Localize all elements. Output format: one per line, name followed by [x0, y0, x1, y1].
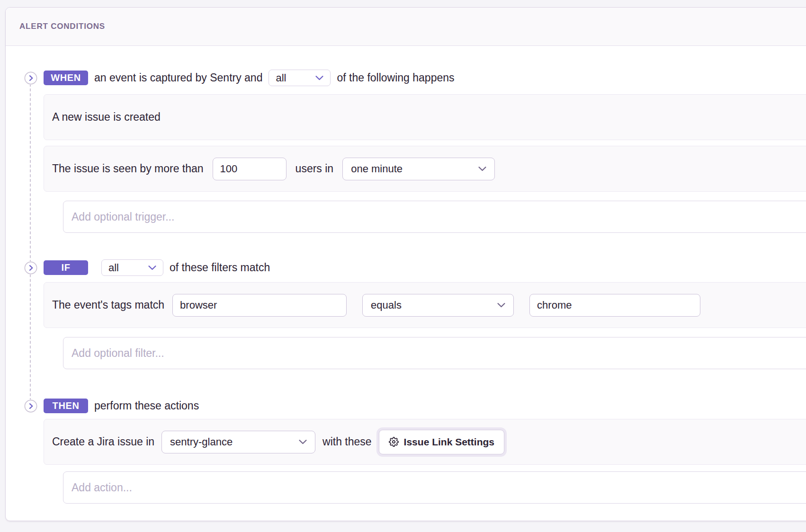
trigger-rule-text: A new issue is created [52, 111, 161, 124]
add-optional-trigger[interactable]: Add optional trigger... [63, 201, 806, 233]
if-badge: IF [44, 260, 88, 275]
issue-link-settings-button[interactable]: Issue Link Settings [379, 430, 504, 454]
add-optional-filter[interactable]: Add optional filter... [63, 337, 806, 369]
add-optional-filter-placeholder: Add optional filter... [72, 347, 164, 360]
if-text-after: of these filters match [170, 261, 270, 274]
filter-rule-row: The event's tags match equals [44, 282, 806, 328]
when-match-select-value: all [276, 72, 286, 84]
chevron-right-circle-icon [24, 71, 37, 85]
interval-select[interactable]: one minute [342, 158, 495, 180]
chevron-right-circle-icon [24, 399, 37, 413]
then-badge: THEN [44, 399, 88, 413]
if-match-select[interactable]: all [101, 259, 163, 276]
chevron-down-icon [148, 266, 156, 270]
filter-rule-label: The event's tags match [52, 299, 164, 311]
tag-value-input[interactable] [529, 294, 700, 317]
jira-project-select[interactable]: sentry-glance [161, 431, 315, 453]
chevron-down-icon [497, 303, 505, 308]
action-text-after: with these [322, 435, 372, 448]
interval-select-value: one minute [351, 163, 403, 175]
operator-select[interactable]: equals [362, 294, 514, 317]
threshold-text-before: The issue is seen by more than [52, 162, 204, 175]
trigger-rule-row: A new issue is created [44, 94, 806, 140]
chevron-down-icon [478, 167, 486, 171]
when-match-select[interactable]: all [269, 70, 331, 86]
alert-conditions-panel: ALERT CONDITIONS WHEN an event is captur… [5, 7, 806, 521]
jira-project-select-value: sentry-glance [170, 436, 233, 448]
when-step-row: WHEN an event is captured by Sentry and … [24, 70, 806, 86]
tag-key-input[interactable] [172, 294, 347, 317]
add-action[interactable]: Add action... [63, 471, 806, 504]
if-step-row: IF all of these filters match [24, 259, 806, 276]
threshold-text-after: users in [296, 162, 334, 175]
add-action-placeholder: Add action... [72, 481, 132, 494]
issue-link-settings-label: Issue Link Settings [404, 436, 494, 448]
if-match-select-value: all [108, 262, 119, 274]
panel-header: ALERT CONDITIONS [6, 8, 806, 46]
when-badge: WHEN [44, 71, 88, 85]
step-connector-line [30, 79, 31, 406]
when-text-before: an event is captured by Sentry and [94, 71, 262, 84]
user-count-input[interactable] [213, 158, 287, 180]
chevron-down-icon [299, 440, 307, 444]
then-text-after: perform these actions [94, 399, 199, 412]
panel-title: ALERT CONDITIONS [19, 22, 105, 31]
action-text-before: Create a Jira issue in [52, 435, 154, 448]
when-text-after: of the following happens [337, 71, 454, 84]
gear-icon [389, 437, 399, 447]
trigger-threshold-row: The issue is seen by more than users in … [44, 146, 806, 192]
chevron-right-circle-icon [24, 261, 37, 275]
chevron-down-icon [315, 76, 323, 80]
add-optional-trigger-placeholder: Add optional trigger... [72, 211, 174, 223]
operator-select-value: equals [371, 299, 402, 311]
action-rule-row: Create a Jira issue in sentry-glance wit… [44, 419, 806, 465]
then-step-row: THEN perform these actions [24, 398, 806, 414]
